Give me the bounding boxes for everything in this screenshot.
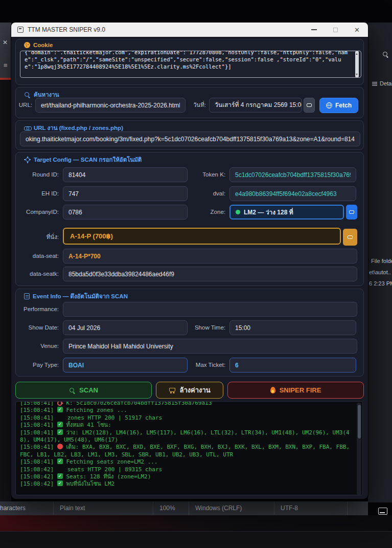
sniper-fire-button[interactable]: SNIPER FIRE xyxy=(227,382,364,399)
seat-select[interactable]: A-14-P (700฿) xyxy=(63,228,341,245)
show-time-input[interactable] xyxy=(229,320,356,335)
details-button[interactable]: Details xyxy=(372,80,392,86)
zone-label: Zone: xyxy=(190,205,225,220)
seat-label: ที่นั่ง: xyxy=(16,229,59,246)
file-timestamp-text: 6 2:23 PM xyxy=(369,280,392,287)
job-url-input[interactable] xyxy=(20,131,360,146)
data-seat-input[interactable] xyxy=(63,249,357,264)
touch-keyboard-icon[interactable] xyxy=(378,508,387,515)
venue-input[interactable] xyxy=(63,339,357,354)
log-line: [15:08:42] seats HTTP 200 | 89315 chars xyxy=(20,466,355,473)
clear-job-button[interactable]: ล้างค่างาน xyxy=(156,382,223,399)
log-line: [15:08:41] ทั้งหมด 41 โซน: xyxy=(20,422,355,429)
check-icon xyxy=(57,407,63,412)
zone-select[interactable]: LM2 — ว่าง 128 ที่ xyxy=(229,205,344,220)
log-scrollbar[interactable] xyxy=(357,403,361,495)
check-icon xyxy=(57,458,63,464)
log-line: [15:08:42] Seats: 128 ที่นั่ง (zone=LM2) xyxy=(20,473,355,480)
app-icon xyxy=(17,27,24,33)
taskbar: ENG 3:37 PM 3/6/202 xyxy=(0,531,392,548)
search-icon[interactable] xyxy=(382,51,389,58)
check-icon xyxy=(57,480,63,486)
log-line: [15:08:41] zones HTTP 200 | 51917 chars xyxy=(20,414,355,422)
gear-icon xyxy=(24,157,31,163)
key-icon xyxy=(57,401,63,405)
dval-input[interactable] xyxy=(229,186,356,201)
date-label: วันที่: xyxy=(188,98,206,113)
search-section-icon xyxy=(24,92,31,98)
search-url-input[interactable] xyxy=(35,98,186,113)
event-info-section: Event Info — ดึงอัตโนมัติจาก SCAN Perfor… xyxy=(15,289,364,377)
globe-icon xyxy=(326,102,332,108)
statusbar-item: haracters xyxy=(0,501,54,515)
background-left-dark xyxy=(0,80,11,502)
scan-icon xyxy=(69,387,75,393)
statusbar-item: Windows (CRLF) xyxy=(189,501,274,515)
log-console[interactable]: [15:08:41] K: 5c1dc07026ceafcb704bdff137… xyxy=(15,401,363,495)
file-path-text: et\autot.. xyxy=(369,269,391,275)
cookie-textarea[interactable]: {"domain":".thaiticketmajor.com","expira… xyxy=(20,51,361,78)
search-section: ค้นหางาน URL: วันที่: วันเสาร์ที่ 4 กรกฎ… xyxy=(15,87,364,118)
log-line: [15:08:41] Fetching zones ... xyxy=(20,407,355,414)
close-icon[interactable]: ✕ xyxy=(3,39,8,46)
cookie-section: Cookie {"domain":".thaiticketmajor.com",… xyxy=(15,39,364,85)
round-id-input[interactable] xyxy=(63,167,188,182)
show-time-label: Show Time: xyxy=(190,320,225,335)
data-seatk-input[interactable] xyxy=(63,267,357,281)
pay-type-label: Pay Type: xyxy=(16,358,59,372)
job-url-section: URL งาน (fixed.php / zones.php) xyxy=(15,120,364,150)
check-icon xyxy=(57,473,63,479)
statusbar-item: Plain text xyxy=(54,501,153,515)
performance-input[interactable] xyxy=(63,302,357,317)
date-picker-button[interactable] xyxy=(304,98,315,113)
data-seat-label: data-seat: xyxy=(16,249,59,264)
statusbar-item: 100% xyxy=(153,501,189,515)
cookie-scrollbar[interactable] xyxy=(355,51,359,77)
red-icon xyxy=(57,444,63,449)
log-scrollbar-thumb[interactable] xyxy=(358,405,361,439)
target-config-header: Target Config — SCAN กรอกให้อัตโนมัติ xyxy=(34,155,142,164)
maximize-button[interactable] xyxy=(333,28,338,32)
cookie-icon xyxy=(24,42,30,48)
eh-id-input[interactable] xyxy=(63,186,188,201)
target-config-section: Target Config — SCAN กรอกให้อัตโนมัติ Ro… xyxy=(15,152,364,286)
cart-icon xyxy=(169,387,175,393)
event-info-header: Event Info — ดึงอัตโนมัติจาก SCAN xyxy=(33,292,128,301)
minimize-button[interactable] xyxy=(311,29,317,30)
titlebar[interactable]: TTM MASTER SNIPER v9.0 ✕ xyxy=(11,23,368,37)
seat-copy-button[interactable] xyxy=(343,229,357,246)
check-icon xyxy=(57,422,63,427)
details-icon xyxy=(372,81,377,86)
file-folder-text: File folde xyxy=(371,258,392,264)
date-picker-icon xyxy=(307,103,312,107)
wallpaper-strip xyxy=(0,515,392,531)
log-line: [15:08:41] K: 5c1dc07026ceafcb704bdff137… xyxy=(20,401,355,407)
zone-value: LM2 — ว่าง 128 ที่ xyxy=(244,207,293,217)
url-label: URL: xyxy=(18,98,32,113)
company-id-input[interactable] xyxy=(63,205,188,220)
fetch-button[interactable]: Fetch xyxy=(319,98,358,113)
event-info-icon xyxy=(24,293,30,299)
window-title: TTM MASTER SNIPER v9.0 xyxy=(28,26,105,33)
flame-icon xyxy=(270,387,275,393)
details-label: Details xyxy=(380,80,392,86)
log-line: [15:08:41] เต็ม: BXA, BXB, BXC, BXD, BXE… xyxy=(20,444,355,458)
menu-icon[interactable]: ≡ xyxy=(4,61,8,69)
link-icon xyxy=(24,125,31,131)
log-line: [15:08:41] Fetching seats zone=LM2 ... xyxy=(20,458,355,466)
fetch-label: Fetch xyxy=(335,102,352,109)
max-ticket-input[interactable] xyxy=(229,358,356,372)
desktop: ✕ ≡ Details File folde et\autot.. 6 2:23… xyxy=(0,0,392,548)
statusbar-item: UTF-8 xyxy=(274,501,348,515)
seat-value: A-14-P (700฿) xyxy=(70,232,113,240)
scan-button[interactable]: SCAN xyxy=(15,382,152,399)
date-input[interactable]: วันเสาร์ที่ 4 กรกฎาคม 2569 15:00 xyxy=(209,98,302,113)
close-button[interactable]: ✕ xyxy=(354,27,360,33)
sniper-fire-label: SNIPER FIRE xyxy=(280,386,321,394)
show-date-input[interactable] xyxy=(63,320,188,335)
token-k-input[interactable] xyxy=(229,167,356,182)
eh-id-label: EH ID: xyxy=(16,186,59,201)
zone-copy-button[interactable] xyxy=(346,205,357,220)
log-line: [15:08:42] พบที่นั่งในโซน LM2 xyxy=(20,480,355,488)
pay-type-input[interactable] xyxy=(63,358,188,372)
